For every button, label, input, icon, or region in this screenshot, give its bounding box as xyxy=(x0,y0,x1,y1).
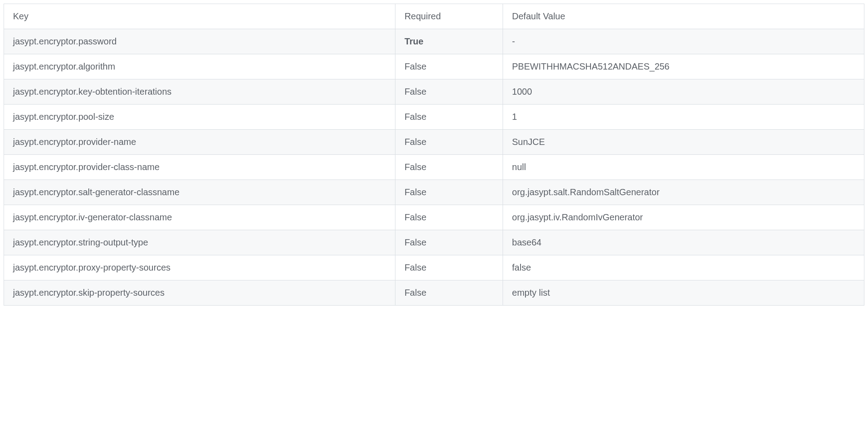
required-value: False xyxy=(404,112,426,122)
required-value: False xyxy=(404,87,426,96)
header-default: Default Value xyxy=(503,4,864,29)
cell-key: jasypt.encryptor.pool-size xyxy=(4,105,395,130)
header-key: Key xyxy=(4,4,395,29)
cell-required: False xyxy=(395,79,503,105)
cell-key: jasypt.encryptor.key-obtention-iteration… xyxy=(4,79,395,105)
table-row: jasypt.encryptor.provider-class-nameFals… xyxy=(4,155,864,180)
cell-default: empty list xyxy=(503,280,864,306)
cell-default: 1 xyxy=(503,105,864,130)
required-value: False xyxy=(404,263,426,272)
cell-key: jasypt.encryptor.proxy-property-sources xyxy=(4,255,395,280)
cell-required: True xyxy=(395,29,503,54)
table-row: jasypt.encryptor.string-output-typeFalse… xyxy=(4,230,864,255)
cell-required: False xyxy=(395,180,503,205)
cell-required: False xyxy=(395,205,503,230)
required-value: False xyxy=(404,137,426,147)
cell-required: False xyxy=(395,230,503,255)
cell-default: base64 xyxy=(503,230,864,255)
required-value: False xyxy=(404,162,426,172)
table-row: jasypt.encryptor.skip-property-sourcesFa… xyxy=(4,280,864,306)
required-value: False xyxy=(404,237,426,247)
table-row: jasypt.encryptor.iv-generator-classnameF… xyxy=(4,205,864,230)
table-row: jasypt.encryptor.provider-nameFalseSunJC… xyxy=(4,130,864,155)
cell-required: False xyxy=(395,54,503,79)
config-table: Key Required Default Value jasypt.encryp… xyxy=(4,4,864,306)
cell-key: jasypt.encryptor.skip-property-sources xyxy=(4,280,395,306)
cell-key: jasypt.encryptor.provider-class-name xyxy=(4,155,395,180)
cell-key: jasypt.encryptor.string-output-type xyxy=(4,230,395,255)
cell-key: jasypt.encryptor.password xyxy=(4,29,395,54)
cell-default: org.jasypt.salt.RandomSaltGenerator xyxy=(503,180,864,205)
table-row: jasypt.encryptor.pool-sizeFalse1 xyxy=(4,105,864,130)
table-row: jasypt.encryptor.salt-generator-classnam… xyxy=(4,180,864,205)
cell-required: False xyxy=(395,155,503,180)
required-value: False xyxy=(404,187,426,197)
required-value: False xyxy=(404,212,426,222)
cell-default: - xyxy=(503,29,864,54)
required-value: False xyxy=(404,288,426,298)
table-row: jasypt.encryptor.proxy-property-sourcesF… xyxy=(4,255,864,280)
cell-required: False xyxy=(395,130,503,155)
table-row: jasypt.encryptor.passwordTrue- xyxy=(4,29,864,54)
header-required: Required xyxy=(395,4,503,29)
cell-required: False xyxy=(395,105,503,130)
cell-default: org.jasypt.iv.RandomIvGenerator xyxy=(503,205,864,230)
cell-default: SunJCE xyxy=(503,130,864,155)
cell-key: jasypt.encryptor.algorithm xyxy=(4,54,395,79)
table-header-row: Key Required Default Value xyxy=(4,4,864,29)
cell-key: jasypt.encryptor.provider-name xyxy=(4,130,395,155)
cell-key: jasypt.encryptor.salt-generator-classnam… xyxy=(4,180,395,205)
cell-required: False xyxy=(395,255,503,280)
cell-default: PBEWITHHMACSHA512ANDAES_256 xyxy=(503,54,864,79)
cell-default: false xyxy=(503,255,864,280)
cell-default: 1000 xyxy=(503,79,864,105)
cell-required: False xyxy=(395,280,503,306)
table-row: jasypt.encryptor.key-obtention-iteration… xyxy=(4,79,864,105)
cell-default: null xyxy=(503,155,864,180)
table-row: jasypt.encryptor.algorithmFalsePBEWITHHM… xyxy=(4,54,864,79)
required-value: False xyxy=(404,61,426,71)
cell-key: jasypt.encryptor.iv-generator-classname xyxy=(4,205,395,230)
required-value: True xyxy=(404,36,423,46)
